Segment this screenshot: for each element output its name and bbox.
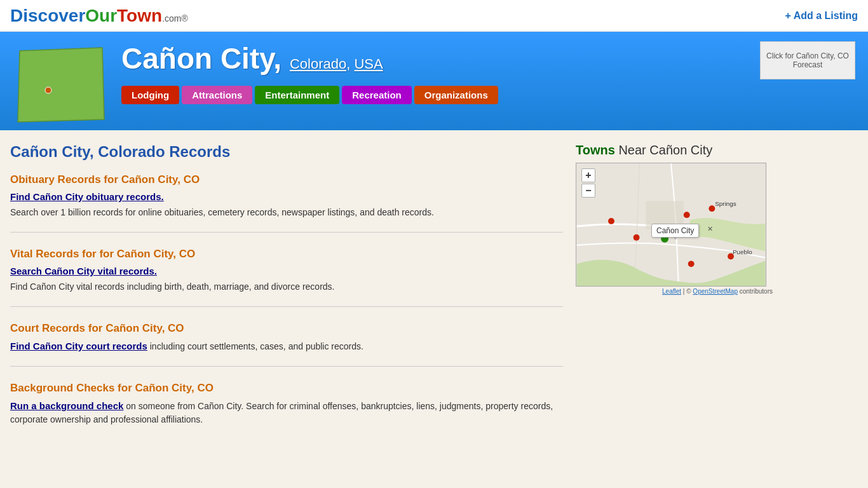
map-zoom-in[interactable]: +: [581, 168, 595, 182]
state-map: [10, 44, 109, 127]
court-title: Court Records for Cañon City, CO: [10, 322, 563, 335]
court-link[interactable]: Find Cañon City court records: [10, 341, 147, 351]
vital-section: Vital Records for for Cañon City, CO Sea…: [10, 248, 563, 307]
court-suffix: including court settlements, cases, and …: [147, 341, 363, 351]
logo-our: Our: [85, 6, 117, 25]
logo-town: Town: [117, 6, 162, 25]
map-container: Springs Pueblo + − Cañon City ✕: [576, 163, 766, 287]
forecast-box[interactable]: Click for Cañon City, CO Forecast: [760, 41, 855, 79]
leaflet-link[interactable]: Leaflet: [662, 288, 681, 295]
background-section: Background Checks for Cañon City, CO Run…: [10, 382, 563, 439]
vital-desc: Find Cañon City vital records including …: [10, 280, 563, 294]
towns-near-header: Towns Near Cañon City: [576, 143, 773, 158]
nav-attractions[interactable]: Attractions: [182, 86, 252, 104]
svg-text:Springs: Springs: [715, 200, 736, 207]
country-link[interactable]: USA: [354, 56, 383, 72]
logo[interactable]: DiscoverOurTown.com®: [10, 6, 188, 26]
vital-title: Vital Records for for Cañon City, CO: [10, 248, 563, 261]
obituary-title: Obituary Records for Cañon City, CO: [10, 173, 563, 186]
city-name: Cañon City, Colorado, USA: [121, 41, 858, 76]
city-name-text: Cañon City,: [121, 42, 281, 75]
nav-recreation[interactable]: Recreation: [342, 86, 412, 104]
background-link[interactable]: Run a background check: [10, 400, 123, 411]
main-content: Cañon City, Colorado Records Obituary Re…: [0, 130, 868, 467]
city-info: Cañon City, Colorado, USA Lodging Attrac…: [121, 38, 858, 111]
attribution-suffix: contributors: [740, 288, 773, 295]
page-title: Cañon City, Colorado Records: [10, 143, 563, 161]
logo-dotcom: .com®: [162, 13, 188, 24]
state-map-svg: [10, 44, 109, 127]
map-zoom-out[interactable]: −: [581, 184, 595, 198]
osm-link[interactable]: OpenStreetMap: [693, 288, 738, 295]
city-header: Cañon City, Colorado, USA Lodging Attrac…: [0, 32, 868, 130]
svg-point-7: [709, 205, 715, 212]
background-title: Background Checks for Cañon City, CO: [10, 382, 563, 395]
map-attribution: Leaflet | © OpenStreetMap contributors: [576, 288, 773, 295]
attribution-sep: | ©: [683, 288, 693, 295]
top-bar: DiscoverOurTown.com® + Add a Listing: [0, 0, 868, 32]
map-tooltip-close[interactable]: ✕: [707, 225, 713, 233]
svg-point-6: [634, 234, 640, 241]
svg-point-4: [684, 212, 690, 218]
nav-organizations[interactable]: Organizations: [414, 86, 498, 104]
vital-link[interactable]: Search Cañon City vital records.: [10, 266, 563, 276]
svg-point-5: [608, 218, 614, 224]
towns-label: Towns: [576, 143, 615, 157]
background-link-row: Run a background check on someone from C…: [10, 400, 563, 426]
svg-text:Pueblo: Pueblo: [733, 248, 752, 255]
nav-entertainment[interactable]: Entertainment: [255, 86, 339, 104]
svg-point-8: [688, 261, 695, 267]
city-state-links: Colorado, USA: [290, 56, 383, 72]
right-sidebar: Towns Near Cañon City: [576, 143, 773, 454]
map-tooltip: Cañon City: [651, 224, 699, 238]
forecast-text: Click for Cañon City, CO Forecast: [761, 51, 855, 69]
logo-discover: Discover: [10, 6, 85, 25]
state-link[interactable]: Colorado,: [290, 56, 350, 72]
nav-buttons: Lodging Attractions Entertainment Recrea…: [121, 86, 858, 111]
svg-point-1: [45, 87, 51, 93]
obituary-section: Obituary Records for Cañon City, CO Find…: [10, 173, 563, 233]
obituary-link[interactable]: Find Cañon City obituary records.: [10, 191, 563, 202]
svg-marker-0: [18, 48, 104, 122]
obituary-desc: Search over 1 billion records for online…: [10, 206, 563, 219]
add-listing-link[interactable]: + Add a Listing: [785, 10, 858, 22]
left-content: Cañon City, Colorado Records Obituary Re…: [10, 143, 563, 454]
nav-lodging[interactable]: Lodging: [121, 86, 179, 104]
court-link-row: Find Cañon City court records including …: [10, 340, 563, 353]
court-section: Court Records for Cañon City, CO Find Ca…: [10, 322, 563, 367]
near-label: Near Cañon City: [618, 143, 712, 157]
